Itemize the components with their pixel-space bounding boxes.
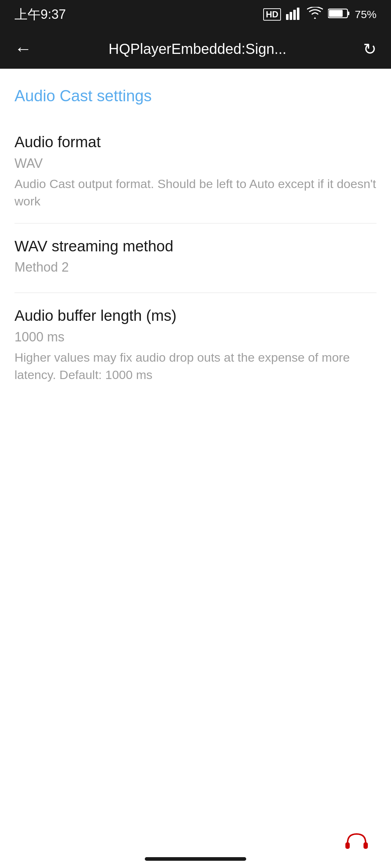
audio-format-value: WAV xyxy=(14,155,377,172)
svg-rect-3 xyxy=(297,8,299,20)
home-indicator xyxy=(145,857,246,861)
audio-format-description: Audio Cast output format. Should be left… xyxy=(14,175,377,210)
refresh-button[interactable]: ↻ xyxy=(363,40,377,58)
battery-icon xyxy=(328,8,350,21)
wifi-icon xyxy=(307,7,323,22)
status-bar: 上午9:37 HD xyxy=(0,0,391,29)
wav-streaming-method-title: WAV streaming method xyxy=(14,237,377,256)
svg-rect-7 xyxy=(345,842,350,849)
audio-buffer-length-value: 1000 ms xyxy=(14,329,377,346)
audio-format-item[interactable]: Audio format WAV Audio Cast output forma… xyxy=(14,119,377,224)
hd-badge: HD xyxy=(263,8,281,21)
status-icons: HD 75% xyxy=(263,7,377,22)
svg-rect-5 xyxy=(348,12,349,15)
audio-buffer-length-item[interactable]: Audio buffer length (ms) 1000 ms Higher … xyxy=(14,293,377,397)
app-bar-title: HQPlayerEmbedded:Sign... xyxy=(43,41,352,57)
content-area: Audio Cast settings Audio format WAV Aud… xyxy=(0,69,391,397)
svg-rect-0 xyxy=(286,14,289,20)
status-time: 上午9:37 xyxy=(14,6,66,24)
audio-format-title: Audio format xyxy=(14,132,377,152)
svg-rect-2 xyxy=(293,10,296,20)
section-header: Audio Cast settings xyxy=(14,87,377,105)
audio-buffer-length-title: Audio buffer length (ms) xyxy=(14,306,377,326)
wav-streaming-method-value: Method 2 xyxy=(14,259,377,276)
battery-percentage: 75% xyxy=(355,8,377,21)
back-button[interactable]: ← xyxy=(14,40,32,58)
audio-buffer-length-description: Higher values may fix audio drop outs at… xyxy=(14,349,377,383)
app-bar: ← HQPlayerEmbedded:Sign... ↻ xyxy=(0,29,391,69)
headphone-icon xyxy=(344,830,369,854)
svg-rect-8 xyxy=(363,842,368,849)
wav-streaming-method-item[interactable]: WAV streaming method Method 2 xyxy=(14,224,377,293)
bottom-bar xyxy=(0,825,391,868)
svg-rect-1 xyxy=(290,12,292,20)
svg-rect-6 xyxy=(329,10,342,17)
signal-icon xyxy=(286,7,302,22)
